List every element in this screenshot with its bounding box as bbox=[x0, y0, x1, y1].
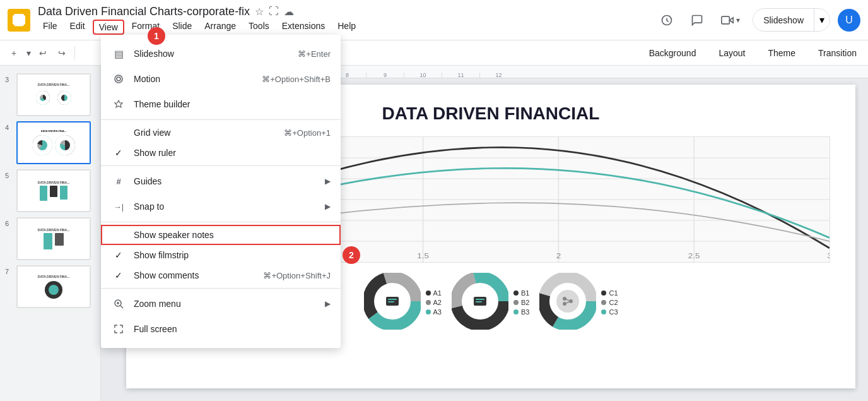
legend-c1: C1 bbox=[601, 289, 618, 297]
menu-tools[interactable]: Tools bbox=[243, 20, 274, 35]
svg-rect-29 bbox=[476, 299, 484, 300]
fullscreen-icon bbox=[111, 321, 126, 337]
star-icon[interactable]: ☆ bbox=[255, 6, 264, 18]
app-logo[interactable] bbox=[8, 9, 30, 32]
comments-icon[interactable] bbox=[686, 9, 708, 32]
legend-a1: A1 bbox=[426, 289, 442, 297]
legend-b: B1 B2 B3 bbox=[513, 289, 529, 316]
undo-btn[interactable]: ↩ bbox=[34, 44, 52, 62]
svg-text:3: 3 bbox=[827, 253, 830, 261]
guides-icon: # bbox=[111, 174, 126, 189]
slideshow-menu-icon: ▤ bbox=[111, 46, 126, 61]
menu-extensions[interactable]: Extensions bbox=[277, 20, 330, 35]
slide-num-7: 7 bbox=[5, 268, 16, 275]
add-dropdown-btn[interactable]: ▾ bbox=[24, 44, 33, 62]
legend-b2: B2 bbox=[513, 299, 529, 306]
dot-c2 bbox=[601, 300, 606, 305]
menu-zoom[interactable]: Zoom menu ▶ bbox=[101, 291, 341, 316]
slide-thumb-6[interactable]: 6 DATA DRIVEN FINA... bbox=[0, 215, 100, 263]
menu-show-comments[interactable]: ✓ Show comments ⌘+Option+Shift+J bbox=[101, 265, 341, 285]
svg-point-41 bbox=[115, 75, 122, 83]
background-btn[interactable]: Background bbox=[643, 45, 703, 61]
menu-help[interactable]: Help bbox=[332, 20, 361, 35]
show-ruler-label: Show ruler bbox=[134, 148, 331, 158]
ruler-check: ✓ bbox=[111, 148, 126, 158]
menu-view[interactable]: View bbox=[93, 20, 124, 35]
menu-theme-builder[interactable]: Theme builder bbox=[101, 92, 341, 117]
snap-to-label: Snap to bbox=[134, 201, 320, 212]
menu-guides[interactable]: # Guides ▶ bbox=[101, 169, 341, 194]
menu-show-speaker-notes[interactable]: Show speaker notes bbox=[101, 225, 341, 245]
svg-point-35 bbox=[556, 290, 579, 313]
menu-edit[interactable]: Edit bbox=[65, 20, 90, 35]
menu-arrange[interactable]: Arrange bbox=[199, 20, 241, 35]
motion-label: Motion bbox=[134, 74, 262, 84]
menu-motion[interactable]: Motion ⌘+Option+Shift+B bbox=[101, 66, 341, 92]
menu-file[interactable]: File bbox=[38, 20, 62, 35]
legend-c2: C2 bbox=[601, 299, 618, 306]
slideshow-dropdown-arrow[interactable]: ▾ bbox=[814, 9, 830, 31]
dot-b1 bbox=[513, 290, 519, 296]
menu-snap-to[interactable]: →| Snap to ▶ bbox=[101, 194, 341, 219]
ruler-mark-11: 11 bbox=[442, 73, 479, 78]
legend-a: A1 A2 A3 bbox=[426, 289, 442, 316]
user-avatar[interactable]: U bbox=[838, 9, 860, 32]
menu-full-screen[interactable]: Full screen bbox=[101, 316, 341, 342]
slideshow-button[interactable]: Slideshow ▾ bbox=[753, 8, 830, 32]
zoom-icon bbox=[111, 296, 126, 311]
guides-arrow: ▶ bbox=[325, 177, 331, 186]
legend-c3: C3 bbox=[601, 308, 618, 316]
grid-shortcut: ⌘+Option+1 bbox=[284, 128, 331, 138]
camera-icon[interactable]: ▾ bbox=[716, 9, 745, 32]
dot-a3 bbox=[426, 309, 431, 314]
doc-title-row: Data Driven Financial Charts-corporate-f… bbox=[38, 5, 655, 18]
dot-a1 bbox=[426, 290, 431, 296]
full-screen-label: Full screen bbox=[134, 324, 331, 334]
cloud-icon[interactable]: ☁ bbox=[284, 6, 294, 18]
legend-a2: A2 bbox=[426, 299, 442, 306]
menu-slide[interactable]: Slide bbox=[167, 20, 197, 35]
view-dropdown-menu: ▤ Slideshow ⌘+Enter Motion ⌘+Option+Shif… bbox=[101, 35, 341, 348]
show-speaker-notes-label: Show speaker notes bbox=[134, 230, 331, 240]
menu-show-filmstrip[interactable]: ✓ Show filmstrip bbox=[101, 245, 341, 265]
slide-thumb-7[interactable]: 7 DATA DRIVEN FINA... bbox=[0, 263, 100, 311]
svg-text:2.5: 2.5 bbox=[688, 253, 700, 261]
donut-svg-a bbox=[364, 273, 421, 332]
dot-b2 bbox=[513, 300, 519, 305]
slide-img-5: DATA DRIVEN FINA... bbox=[16, 169, 91, 212]
slide-num-6: 6 bbox=[5, 220, 16, 227]
doc-title: Data Driven Financial Charts-corporate-f… bbox=[38, 5, 250, 18]
slide-thumb-4[interactable]: 4 DATA DRIVEN FINA... bbox=[0, 119, 100, 167]
svg-point-42 bbox=[117, 77, 120, 81]
motion-shortcut: ⌘+Option+Shift+B bbox=[262, 75, 331, 84]
slide-num-4: 4 bbox=[5, 124, 16, 131]
menu-section-4: Show speaker notes ✓ Show filmstrip ✓ Sh… bbox=[101, 222, 341, 289]
dot-a2 bbox=[426, 300, 431, 305]
slide-thumb-5[interactable]: 5 DATA DRIVEN FINA... bbox=[0, 167, 100, 215]
redo-btn[interactable]: ↪ bbox=[53, 44, 71, 62]
layout-btn[interactable]: Layout bbox=[712, 45, 751, 61]
comments-shortcut: ⌘+Option+Shift+J bbox=[263, 271, 331, 280]
slideshow-label[interactable]: Slideshow bbox=[753, 10, 814, 30]
slide-thumb-3[interactable]: 3 DATA DRIVEN FINA... bbox=[0, 71, 100, 119]
history-icon[interactable] bbox=[655, 9, 678, 32]
svg-rect-21 bbox=[388, 299, 397, 300]
svg-rect-30 bbox=[476, 301, 482, 302]
legend-b1: B1 bbox=[513, 289, 529, 297]
theme-btn[interactable]: Theme bbox=[761, 45, 802, 61]
menu-show-ruler[interactable]: ✓ Show ruler bbox=[101, 143, 341, 163]
dot-c1 bbox=[601, 290, 606, 296]
add-slide-btn[interactable]: + bbox=[5, 44, 23, 62]
menu-bar: File Edit View Format Slide Arrange Tool… bbox=[38, 20, 655, 35]
transition-btn[interactable]: Transition bbox=[812, 45, 863, 61]
show-comments-label: Show comments bbox=[134, 270, 263, 280]
menu-grid-view[interactable]: Grid view ⌘+Option+1 bbox=[101, 123, 341, 143]
grid-view-label: Grid view bbox=[134, 128, 284, 138]
toolbar-sep-1 bbox=[74, 47, 75, 59]
folder-icon[interactable]: ⛶ bbox=[269, 6, 279, 18]
menu-slideshow[interactable]: ▤ Slideshow ⌘+Enter bbox=[101, 41, 341, 66]
donut-svg-b bbox=[452, 273, 508, 332]
dot-c3 bbox=[601, 309, 606, 314]
menu-section-2: Grid view ⌘+Option+1 ✓ Show ruler bbox=[101, 120, 341, 166]
slides-panel: 3 DATA DRIVEN FINA... 4 DATA DRIVEN FINA… bbox=[0, 66, 101, 401]
